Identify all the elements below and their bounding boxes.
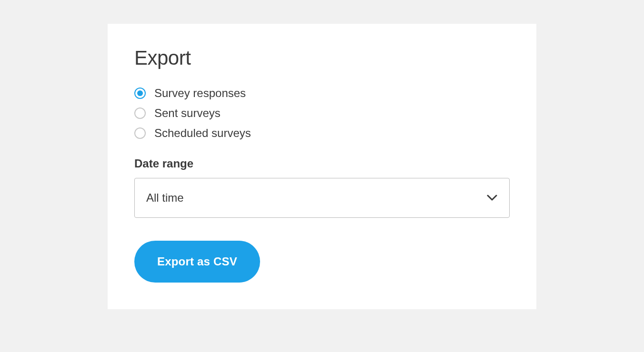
radio-icon xyxy=(134,127,146,139)
radio-scheduled-surveys[interactable]: Scheduled surveys xyxy=(134,127,510,140)
date-range-label: Date range xyxy=(134,157,510,170)
radio-icon xyxy=(134,88,146,99)
export-csv-button[interactable]: Export as CSV xyxy=(134,241,260,283)
radio-label: Sent surveys xyxy=(154,107,221,120)
radio-label: Scheduled surveys xyxy=(154,127,251,140)
export-type-radio-group: Survey responses Sent surveys Scheduled … xyxy=(134,87,510,140)
page-title: Export xyxy=(134,47,510,69)
radio-icon xyxy=(134,108,146,119)
radio-label: Survey responses xyxy=(154,87,246,100)
date-range-select[interactable]: All time xyxy=(134,178,510,218)
date-range-value: All time xyxy=(146,191,486,205)
radio-sent-surveys[interactable]: Sent surveys xyxy=(134,107,510,120)
export-card: Export Survey responses Sent surveys Sch… xyxy=(108,24,536,309)
radio-survey-responses[interactable]: Survey responses xyxy=(134,87,510,100)
chevron-down-icon xyxy=(486,192,498,204)
